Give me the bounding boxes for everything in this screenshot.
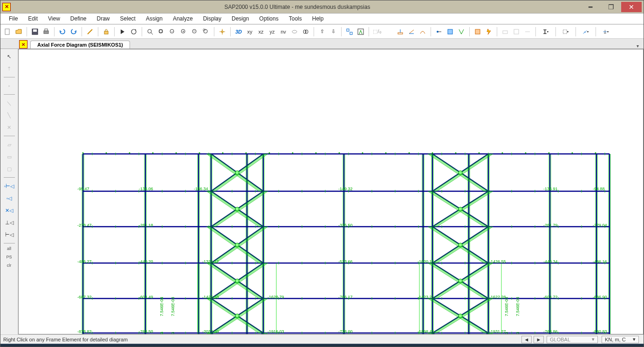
- menu-select[interactable]: Select: [116, 14, 140, 23]
- reshape-button[interactable]: [85, 27, 95, 37]
- svg-rect-10: [159, 30, 162, 33]
- zoom-window-button[interactable]: [145, 27, 155, 37]
- isection-button[interactable]: ▾: [539, 27, 553, 37]
- menu-display[interactable]: Display: [199, 14, 226, 23]
- svg-text:▾: ▾: [547, 30, 548, 33]
- view-tab[interactable]: Axial Force Diagram (SEISMIKOS1): [30, 41, 130, 49]
- show-forces-button[interactable]: [500, 27, 510, 37]
- assign-load-button[interactable]: [456, 27, 466, 37]
- show-stresses-button[interactable]: [511, 27, 521, 37]
- separator: [469, 27, 470, 36]
- snap-line-button[interactable]: ⊢◁: [4, 229, 15, 240]
- draw-special-joint-button[interactable]: ▫: [4, 80, 15, 91]
- set-display-button[interactable]: [356, 27, 366, 37]
- zoom-out-button[interactable]: −: [190, 27, 200, 37]
- minimize-button[interactable]: ━: [580, 2, 601, 12]
- view-3d-button[interactable]: 3D: [233, 27, 244, 37]
- refresh-button[interactable]: [129, 27, 139, 37]
- local-axes-button[interactable]: ▾: [579, 27, 593, 37]
- draw-braces-button[interactable]: ✕: [4, 122, 15, 133]
- menu-options[interactable]: Options: [254, 14, 283, 23]
- area-button[interactable]: [418, 27, 428, 37]
- frame-button[interactable]: [406, 27, 417, 37]
- nav-next-button[interactable]: ►: [534, 336, 544, 343]
- svg-text:-878.82: -878.82: [77, 329, 92, 334]
- open-button[interactable]: [14, 27, 24, 37]
- zoom-full-button[interactable]: [156, 27, 166, 37]
- view-nv-button[interactable]: nv: [278, 27, 288, 37]
- view-xy-button[interactable]: xy: [245, 27, 255, 37]
- tab-dropdown-icon[interactable]: ▾: [637, 43, 639, 49]
- perspective-button[interactable]: [301, 27, 311, 37]
- save-button[interactable]: [30, 27, 40, 37]
- svg-text:-686.90: -686.90: [593, 295, 607, 299]
- arrow-up-button[interactable]: ⇧: [317, 27, 327, 37]
- menu-file[interactable]: File: [4, 14, 22, 23]
- zoom-in-button[interactable]: +: [178, 27, 189, 37]
- new-button[interactable]: [2, 27, 13, 37]
- define-material-button[interactable]: [473, 27, 483, 37]
- draw-quick-area-button[interactable]: ▢: [4, 163, 15, 174]
- print-button[interactable]: [41, 27, 51, 37]
- analyze-button[interactable]: [484, 27, 494, 37]
- selection-mode-button[interactable]: ▾: [559, 27, 573, 37]
- maximize-button[interactable]: ❐: [601, 2, 621, 12]
- snap-point-button[interactable]: ◦⊢◁: [4, 180, 15, 192]
- menu-help[interactable]: Help: [308, 14, 329, 23]
- lock-button[interactable]: [101, 27, 111, 37]
- snap-perpendicular-button[interactable]: ⊥◁: [4, 217, 15, 228]
- menu-edit[interactable]: Edit: [23, 14, 42, 23]
- draw-poly-area-button[interactable]: ▱: [4, 139, 15, 150]
- joint-button[interactable]: [395, 27, 405, 37]
- svg-point-20: [292, 30, 297, 33]
- rotate-button[interactable]: [289, 27, 300, 37]
- zoom-previous-button[interactable]: ←: [167, 27, 178, 37]
- menu-view[interactable]: View: [43, 14, 65, 23]
- status-hint: Right Click on any Frame Element for det…: [3, 337, 128, 342]
- menu-tools[interactable]: Tools: [284, 14, 307, 23]
- units-select[interactable]: KN, m, C▾: [602, 336, 639, 343]
- menu-analyze[interactable]: Analyze: [168, 14, 198, 23]
- view-yz-button[interactable]: yz: [267, 27, 277, 37]
- svg-point-17: [204, 29, 207, 33]
- menu-assign[interactable]: Assign: [141, 14, 167, 23]
- snap-intersection-button[interactable]: ✕◁: [4, 205, 15, 216]
- svg-point-338: [106, 153, 107, 154]
- svg-point-343: [222, 153, 224, 154]
- draw-frame-button[interactable]: ＼: [4, 97, 15, 109]
- coord-system-select[interactable]: GLOBAL▾: [547, 336, 598, 343]
- arrow-down-button[interactable]: ⇩: [328, 27, 338, 37]
- object-options-button[interactable]: [344, 27, 355, 37]
- structure-canvas: -95.47-136.06-156.34-149.32-136.91-94.88…: [19, 49, 643, 334]
- view-xz-button[interactable]: xz: [256, 27, 266, 37]
- svg-point-356: [525, 153, 527, 154]
- run-button[interactable]: [117, 27, 128, 37]
- pan-button[interactable]: [217, 27, 227, 37]
- assign-section-button[interactable]: [445, 27, 455, 37]
- assign-restraint-button[interactable]: [434, 27, 444, 37]
- undo-button[interactable]: [57, 27, 68, 37]
- pointer-button[interactable]: ↖: [4, 51, 15, 62]
- select-previous-button[interactable]: PS: [6, 255, 12, 262]
- draw-rect-area-button[interactable]: ▭: [4, 151, 15, 162]
- close-button[interactable]: ✕: [621, 2, 642, 12]
- redo-button[interactable]: [69, 27, 79, 37]
- svg-text:-136.91: -136.91: [543, 187, 558, 191]
- reshape-element-button[interactable]: ⇡: [4, 63, 15, 74]
- clear-selection-button[interactable]: clr: [7, 263, 12, 271]
- select-all-button[interactable]: all: [7, 246, 11, 254]
- draw-quick-frame-button[interactable]: ╲: [4, 110, 15, 121]
- svg-text:7.546E-03: 7.546E-03: [159, 297, 164, 316]
- window-title: SAP2000 v15.0.0 Ultimate - me sundesmous…: [14, 4, 580, 10]
- svg-rect-34: [503, 31, 507, 34]
- design-button[interactable]: [522, 27, 533, 37]
- snap-button[interactable]: ▾: [599, 27, 613, 37]
- menu-design[interactable]: Design: [227, 14, 253, 23]
- show-undeformed-button[interactable]: ⬚/₀: [372, 27, 382, 37]
- model-view[interactable]: -95.47-136.06-156.34-149.32-136.91-94.88…: [18, 49, 644, 334]
- menu-draw[interactable]: Draw: [92, 14, 115, 23]
- nav-prev-button[interactable]: ◄: [521, 336, 532, 343]
- menu-define[interactable]: Define: [66, 14, 91, 23]
- zoom-selected-button[interactable]: [201, 27, 211, 37]
- snap-midpoint-button[interactable]: ◦◁: [4, 193, 15, 204]
